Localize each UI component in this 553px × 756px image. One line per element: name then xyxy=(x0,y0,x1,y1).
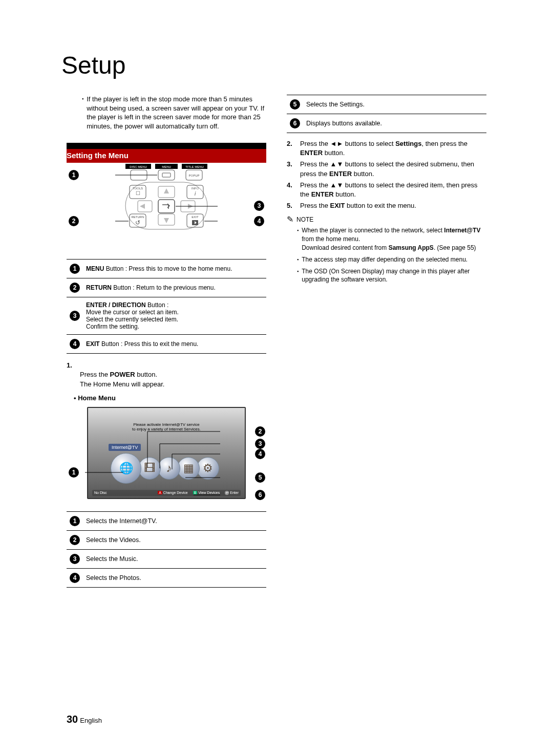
top-note-text: If the player is left in the stop mode m… xyxy=(87,95,266,131)
step-1: 1. Press the POWER button. The Home Menu… xyxy=(67,361,266,389)
svg-marker-21 xyxy=(164,218,169,223)
hm-callout-4: 4 xyxy=(255,449,265,459)
disc-internet-icon: 🌐 xyxy=(111,453,141,484)
note-list: ▪ When the player is connected to the ne… xyxy=(297,226,486,284)
svg-text:DISC MENU: DISC MENU xyxy=(130,165,147,168)
svg-text:TOOLS: TOOLS xyxy=(133,187,143,190)
callout-1: 1 xyxy=(69,170,79,180)
hm-callout-6: 6 xyxy=(255,490,265,500)
svg-marker-23 xyxy=(140,204,145,209)
home-menu-label: • Home Menu xyxy=(74,394,266,402)
disc-photo-icon: ▦ xyxy=(177,457,200,480)
svg-rect-7 xyxy=(158,170,175,180)
svg-text:i: i xyxy=(195,191,196,197)
disc-video-icon: 🎞 xyxy=(138,457,161,480)
note-heading: ✎ NOTE xyxy=(287,214,486,224)
steps-list: 2. Press the ◄► buttons to select Settin… xyxy=(287,139,486,210)
svg-text:↺: ↺ xyxy=(135,219,140,226)
page-title: Setup xyxy=(61,51,486,79)
section-heading: Setting the Menu xyxy=(67,143,266,163)
svg-rect-26 xyxy=(158,200,175,213)
home-legend-table-right: 5Selects the Settings. 6Displays buttons… xyxy=(287,95,486,133)
callout-2: 2 xyxy=(69,216,79,226)
right-column: 5Selects the Settings. 6Displays buttons… xyxy=(287,95,486,588)
svg-marker-19 xyxy=(164,188,169,193)
svg-text:☐: ☐ xyxy=(136,190,140,196)
pencil-icon: ✎ xyxy=(287,214,293,224)
disc-settings-icon: ⚙ xyxy=(197,457,219,480)
callout-3: 3 xyxy=(254,201,264,211)
hm-callout-5: 5 xyxy=(255,472,265,483)
bullet-icon: ▪ xyxy=(82,95,83,131)
hm-callout-2: 2 xyxy=(255,426,265,437)
remote-legend-table: 1 MENU Button : Press this to move to th… xyxy=(67,259,266,354)
remote-diagram: DISC MENU MENU TITLE MENU POPUP TOOLS ☐ … xyxy=(67,163,266,245)
svg-text:EXIT: EXIT xyxy=(192,215,199,219)
home-menu-diagram: Please activate Internet@TV service to e… xyxy=(67,407,266,499)
hm-callout-3: 3 xyxy=(255,439,265,449)
svg-text:RETURN: RETURN xyxy=(132,215,144,219)
svg-text:MENU: MENU xyxy=(162,165,171,168)
disc-music-icon: ♪ xyxy=(158,457,180,480)
left-column: ▪ If the player is left in the stop mode… xyxy=(67,95,266,588)
page-footer: 30English xyxy=(67,714,102,725)
svg-text:INFO: INFO xyxy=(192,187,199,190)
svg-rect-8 xyxy=(162,173,171,177)
top-note: ▪ If the player is left in the stop mode… xyxy=(82,95,266,131)
home-legend-table: 1Selects the Internet@TV. 2Selects the V… xyxy=(67,511,266,588)
callout-4: 4 xyxy=(254,216,264,226)
hm-callout-1: 1 xyxy=(69,467,79,478)
svg-text:POPUP: POPUP xyxy=(188,174,199,177)
svg-text:TITLE MENU: TITLE MENU xyxy=(185,165,204,168)
